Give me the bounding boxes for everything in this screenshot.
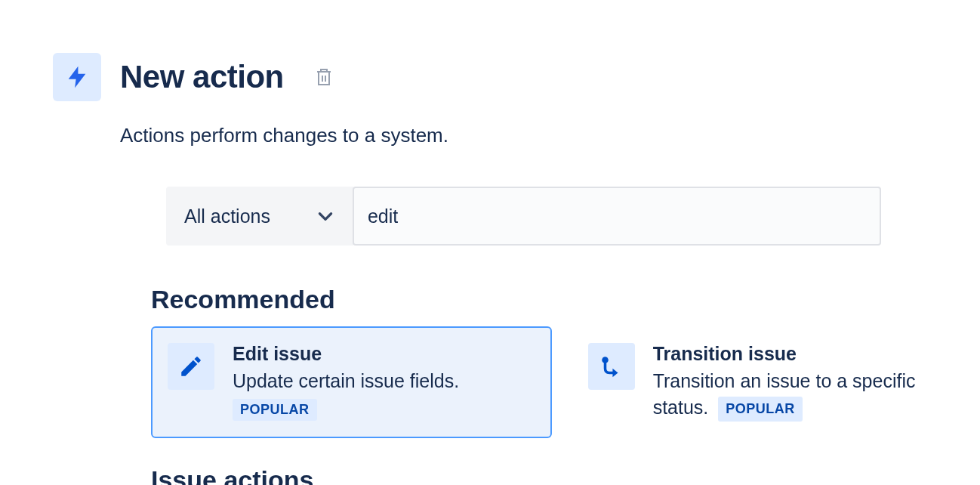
- card-body: Edit issue Update certain issue fields. …: [233, 343, 535, 421]
- recommended-cards: Edit issue Update certain issue fields. …: [151, 326, 942, 438]
- search-input[interactable]: [353, 187, 881, 246]
- popular-badge: POPULAR: [718, 397, 803, 422]
- action-card-edit-issue[interactable]: Edit issue Update certain issue fields. …: [151, 326, 552, 438]
- lightning-icon: [53, 53, 101, 101]
- trash-icon: [315, 67, 333, 87]
- actions-filter-dropdown[interactable]: All actions: [166, 187, 353, 246]
- page-subtitle: Actions perform changes to a system.: [120, 124, 942, 147]
- card-description: Transition an issue to a specific status…: [653, 368, 926, 422]
- section-recommended-heading: Recommended: [151, 285, 942, 314]
- card-title: Transition issue: [653, 343, 926, 365]
- pencil-icon: [168, 343, 214, 390]
- popular-badge: POPULAR: [233, 399, 317, 421]
- page-header: New action: [53, 53, 942, 101]
- transition-icon: [588, 343, 635, 390]
- delete-button[interactable]: [312, 64, 336, 90]
- section-issue-actions-heading: Issue actions: [151, 465, 942, 485]
- page-title: New action: [120, 59, 284, 95]
- card-body: Transition issue Transition an issue to …: [653, 343, 926, 422]
- card-description: Update certain issue fields.: [233, 368, 535, 394]
- chevron-down-icon: [316, 206, 335, 226]
- dropdown-label: All actions: [184, 205, 270, 227]
- filter-controls: All actions: [166, 187, 942, 246]
- card-title: Edit issue: [233, 343, 535, 365]
- action-card-transition-issue[interactable]: Transition issue Transition an issue to …: [572, 326, 942, 438]
